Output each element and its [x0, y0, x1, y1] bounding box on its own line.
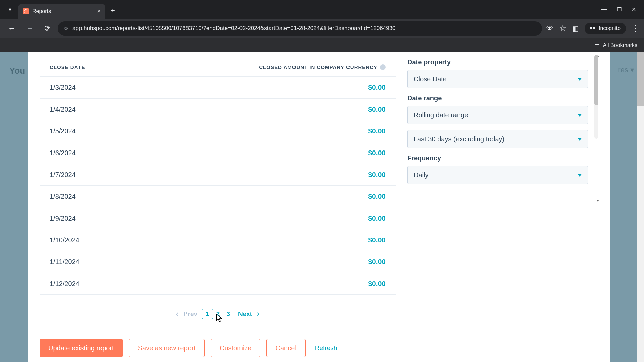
- tracking-blocked-icon[interactable]: 👁: [546, 24, 553, 33]
- frequency-select[interactable]: Daily: [407, 166, 588, 184]
- incognito-icon: 🕶: [590, 25, 595, 32]
- frequency-label: Frequency: [407, 154, 588, 162]
- backdrop-text-left: You: [9, 66, 25, 76]
- cell-amount[interactable]: $0.00: [218, 105, 386, 113]
- date-range-label: Date range: [407, 94, 588, 102]
- pager-page-2[interactable]: 2: [213, 309, 223, 319]
- date-property-label: Date property: [407, 58, 588, 66]
- cell-amount[interactable]: $0.00: [218, 127, 386, 135]
- bookmarks-bar: 🗀 All Bookmarks: [0, 38, 644, 52]
- tab-search-dropdown[interactable]: ▾: [2, 2, 18, 17]
- refresh-link[interactable]: Refresh: [312, 344, 341, 352]
- reload-button[interactable]: ⟳: [41, 22, 54, 35]
- cell-amount[interactable]: $0.00: [218, 280, 386, 288]
- date-range-type-select[interactable]: Rolling date range: [407, 106, 588, 124]
- chevron-down-icon: [577, 114, 582, 117]
- new-tab-button[interactable]: +: [111, 6, 115, 15]
- close-tab-icon[interactable]: ×: [97, 8, 101, 15]
- cell-close-date: 1/5/2024: [50, 127, 218, 135]
- cell-close-date: 1/4/2024: [50, 106, 218, 113]
- cell-close-date: 1/7/2024: [50, 171, 218, 179]
- table-row: 1/11/2024$0.00: [40, 251, 396, 273]
- cell-close-date: 1/11/2024: [50, 258, 218, 266]
- cell-close-date: 1/10/2024: [50, 236, 218, 244]
- table-row: 1/10/2024$0.00: [40, 229, 396, 251]
- chevron-down-icon: [577, 78, 582, 81]
- table-row: 1/7/2024$0.00: [40, 164, 396, 186]
- table-header-row: CLOSE DATE CLOSED AMOUNT IN COMPANY CURR…: [40, 60, 396, 76]
- cell-amount[interactable]: $0.00: [218, 171, 386, 179]
- customize-button[interactable]: Customize: [211, 339, 260, 357]
- update-existing-report-button[interactable]: Update existing report: [40, 339, 123, 357]
- incognito-indicator[interactable]: 🕶 Incognito: [585, 23, 626, 34]
- table-row: 1/6/2024$0.00: [40, 142, 396, 164]
- table-row: 1/9/2024$0.00: [40, 207, 396, 229]
- tab-title: Reports: [32, 8, 51, 14]
- cell-close-date: 1/6/2024: [50, 149, 218, 157]
- address-bar: ← → ⟳ ⚙ app.hubspot.com/reports-list/451…: [0, 19, 644, 38]
- scroll-down-arrow-icon[interactable]: ▾: [597, 198, 599, 203]
- browser-tab[interactable]: Reports ×: [18, 4, 105, 19]
- filter-scrollbar[interactable]: [594, 55, 598, 139]
- forward-button[interactable]: →: [23, 22, 37, 35]
- filter-panel: ▴ Date property Close Date Date range Ro…: [407, 52, 610, 334]
- cell-amount[interactable]: $0.00: [218, 83, 386, 92]
- back-button[interactable]: ←: [5, 22, 19, 35]
- cell-amount[interactable]: $0.00: [218, 192, 386, 200]
- url-input[interactable]: ⚙ app.hubspot.com/reports-list/45105500/…: [58, 21, 542, 36]
- cell-amount[interactable]: $0.00: [218, 236, 386, 244]
- site-settings-icon[interactable]: ⚙: [64, 25, 68, 32]
- report-modal: CLOSE DATE CLOSED AMOUNT IN COMPANY CURR…: [28, 52, 610, 362]
- cell-amount[interactable]: $0.00: [218, 258, 386, 266]
- table-row: 1/8/2024$0.00: [40, 186, 396, 207]
- all-bookmarks-link[interactable]: All Bookmarks: [603, 42, 637, 48]
- folder-icon: 🗀: [594, 42, 600, 48]
- pager-page-3[interactable]: 3: [223, 309, 233, 319]
- table-row: 1/3/2024$0.00: [40, 76, 396, 99]
- pagination: ‹ Prev 123 Next ›: [40, 301, 396, 330]
- hubspot-favicon-icon: [23, 8, 29, 14]
- browser-tab-strip: ▾ Reports × + ― ❐ ✕: [0, 0, 644, 19]
- maximize-icon[interactable]: ❐: [617, 6, 622, 13]
- cell-close-date: 1/8/2024: [50, 193, 218, 200]
- chevron-down-icon: [577, 138, 582, 141]
- minimize-icon[interactable]: ―: [601, 6, 607, 13]
- date-range-preset-select[interactable]: Last 30 days (excluding today): [407, 130, 588, 148]
- column-header-close-date[interactable]: CLOSE DATE: [50, 64, 218, 70]
- date-property-value: Close Date: [414, 75, 447, 83]
- bookmark-star-icon[interactable]: ☆: [559, 24, 566, 33]
- incognito-label: Incognito: [599, 25, 621, 32]
- window-controls: ― ❐ ✕: [601, 6, 644, 13]
- backdrop-text-right: res ▾: [618, 66, 634, 74]
- modal-footer: Update existing report Save as new repor…: [28, 334, 610, 362]
- side-panel-icon[interactable]: ◧: [572, 24, 579, 33]
- date-range-type-value: Rolling date range: [414, 111, 468, 119]
- cell-close-date: 1/3/2024: [50, 84, 218, 92]
- pager-page-1[interactable]: 1: [202, 309, 213, 319]
- close-window-icon[interactable]: ✕: [632, 6, 636, 13]
- cell-amount[interactable]: $0.00: [218, 214, 386, 222]
- info-icon[interactable]: [380, 64, 386, 70]
- date-property-select[interactable]: Close Date: [407, 70, 588, 88]
- cell-amount[interactable]: $0.00: [218, 149, 386, 157]
- cell-close-date: 1/12/2024: [50, 280, 218, 288]
- column-header-closed-amount-text: CLOSED AMOUNT IN COMPANY CURRENCY: [259, 64, 377, 70]
- table-row: 1/5/2024$0.00: [40, 120, 396, 142]
- frequency-value: Daily: [414, 171, 428, 179]
- chevron-down-icon: [577, 174, 582, 177]
- save-as-new-report-button[interactable]: Save as new report: [129, 339, 205, 357]
- cancel-button[interactable]: Cancel: [266, 339, 305, 357]
- cell-close-date: 1/9/2024: [50, 215, 218, 222]
- pager-prev-arrow-icon: ‹: [176, 309, 179, 319]
- report-table-panel: CLOSE DATE CLOSED AMOUNT IN COMPANY CURR…: [28, 52, 407, 334]
- date-range-preset-value: Last 30 days (excluding today): [414, 135, 504, 143]
- chrome-menu-icon[interactable]: ⋮: [632, 24, 639, 33]
- table-row: 1/4/2024$0.00: [40, 99, 396, 120]
- url-text: app.hubspot.com/reports-list/45105500/10…: [72, 25, 396, 32]
- table-row: 1/12/2024$0.00: [40, 273, 396, 295]
- page-scrollbar[interactable]: [637, 52, 644, 362]
- table-body: 1/3/2024$0.001/4/2024$0.001/5/2024$0.001…: [40, 76, 396, 301]
- column-header-closed-amount[interactable]: CLOSED AMOUNT IN COMPANY CURRENCY: [218, 64, 386, 70]
- pager-next-arrow-icon[interactable]: ›: [257, 309, 260, 319]
- pager-next[interactable]: Next: [238, 310, 252, 318]
